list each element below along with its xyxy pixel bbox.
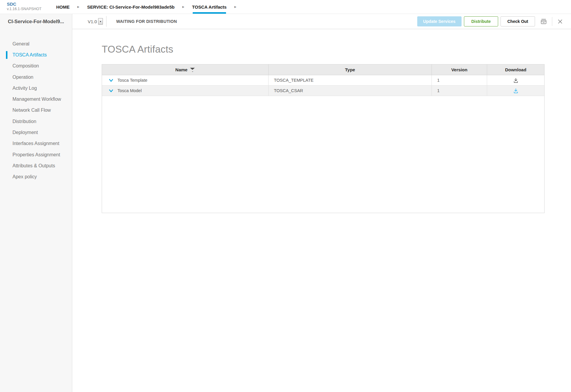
table-empty-area — [102, 96, 544, 213]
content-area: TOSCA Artifacts Name ⌄ Type — [72, 29, 571, 392]
breadcrumb: HOME ▶ SERVICE: CI-Service-For-Model983a… — [56, 0, 244, 14]
column-header-download: Download — [487, 64, 544, 75]
artifact-type-label: TOSCA_CSAR — [274, 88, 303, 93]
artifact-version-label: 1 — [437, 78, 440, 83]
chevron-down-icon[interactable] — [109, 78, 114, 83]
artifact-type-cell: TOSCA_CSAR — [269, 86, 432, 96]
artifact-name-label: Tosca Template — [117, 78, 147, 83]
sidebar-item-interfaces-assignment[interactable]: Interfaces Assignment — [0, 138, 72, 149]
sdc-app: SDC v.1.16.1-SNAPSHOT HOME ▶ SERVICE: CI… — [0, 0, 571, 392]
sidebar-item-deployment[interactable]: Deployment — [0, 127, 72, 138]
close-button[interactable] — [557, 19, 563, 24]
service-name-title: CI-Service-For-Model9... — [0, 14, 72, 29]
version-selector[interactable]: V1.0 ▼ — [88, 18, 103, 25]
sdc-version-text: v.1.16.1-SNAPSHOT — [7, 7, 56, 11]
column-header-download-label: Download — [505, 67, 526, 72]
artifact-type-label: TOSCA_TEMPLATE — [274, 78, 313, 83]
breadcrumb-arrow-icon: ▶ — [182, 0, 184, 14]
artifact-name-cell: Tosca Model — [102, 86, 269, 96]
print-button[interactable] — [540, 18, 548, 25]
download-button[interactable] — [513, 77, 519, 84]
sdc-logo[interactable]: SDC v.1.16.1-SNAPSHOT — [0, 0, 56, 14]
sidebar: CI-Service-For-Model9... General TOSCA A… — [0, 14, 72, 392]
artifact-name-label: Tosca Model — [117, 88, 142, 93]
breadcrumb-arrow-icon: ▶ — [77, 0, 79, 14]
update-services-button[interactable]: Update Services — [417, 16, 462, 26]
top-nav: SDC v.1.16.1-SNAPSHOT HOME ▶ SERVICE: CI… — [0, 0, 571, 14]
column-header-type-label: Type — [345, 67, 355, 72]
artifact-version-label: 1 — [437, 88, 440, 93]
breadcrumb-tosca-artifacts-tab[interactable]: TOSCA Artifacts — [192, 0, 227, 14]
toolbar-divider — [552, 17, 552, 26]
sidebar-item-tosca-artifacts[interactable]: TOSCA Artifacts — [0, 49, 72, 60]
toolbar: V1.0 ▼ WAITING FOR DISTRIBUTION Update S… — [72, 14, 571, 29]
chevron-down-icon[interactable] — [109, 88, 114, 93]
breadcrumb-home-tab[interactable]: HOME — [56, 0, 70, 14]
sidebar-item-attributes-outputs[interactable]: Attributes & Outputs — [0, 160, 72, 171]
download-button[interactable] — [513, 88, 519, 94]
distribute-button[interactable]: Distribute — [464, 16, 498, 26]
sidebar-item-apex-policy[interactable]: Apex policy — [0, 171, 72, 182]
sidebar-item-management-workflow[interactable]: Management Workflow — [0, 94, 72, 105]
column-header-name[interactable]: Name ⌄ — [102, 64, 269, 75]
sidebar-item-general[interactable]: General — [0, 38, 72, 49]
artifact-version-cell: 1 — [432, 75, 487, 85]
artifact-download-cell — [487, 86, 544, 96]
body-row: CI-Service-For-Model9... General TOSCA A… — [0, 14, 571, 392]
artifact-type-cell: TOSCA_TEMPLATE — [269, 75, 432, 85]
check-out-button[interactable]: Check Out — [501, 16, 535, 26]
column-header-name-label: Name — [175, 67, 188, 72]
table-header-row: Name ⌄ Type Version — [102, 64, 544, 75]
sidebar-item-activity-log[interactable]: Activity Log — [0, 83, 72, 94]
sidebar-item-operation[interactable]: Operation — [0, 72, 72, 83]
printer-icon — [540, 18, 548, 25]
artifact-name-cell: Tosca Template — [102, 75, 269, 85]
sidebar-menu: General TOSCA Artifacts Composition Oper… — [0, 38, 72, 182]
page-title: TOSCA Artifacts — [102, 42, 571, 56]
tosca-artifacts-table: Name ⌄ Type Version — [102, 64, 545, 213]
sidebar-item-composition[interactable]: Composition — [0, 61, 72, 72]
column-header-type[interactable]: Type — [269, 64, 432, 75]
download-icon — [513, 88, 519, 94]
table-row: Tosca Template TOSCA_TEMPLATE 1 — [102, 75, 544, 86]
breadcrumb-service-tab[interactable]: SERVICE: CI-Service-For-Model983ade5b — [87, 0, 175, 14]
toolbar-divider — [106, 16, 106, 27]
sidebar-item-network-call-flow[interactable]: Network Call Flow — [0, 105, 72, 116]
column-header-version-label: Version — [451, 67, 467, 72]
main-column: V1.0 ▼ WAITING FOR DISTRIBUTION Update S… — [72, 14, 571, 392]
lifecycle-status-label: WAITING FOR DISTRIBUTION — [116, 19, 177, 24]
breadcrumb-arrow-icon: ▶ — [234, 0, 236, 14]
sdc-logo-text: SDC — [7, 1, 56, 7]
column-header-version[interactable]: Version — [432, 64, 487, 75]
close-icon — [557, 19, 563, 24]
caret-down-icon[interactable]: ▼ — [98, 18, 103, 25]
version-label: V1.0 — [88, 19, 97, 24]
download-icon — [513, 77, 519, 84]
table-row: Tosca Model TOSCA_CSAR 1 — [102, 86, 544, 96]
sidebar-item-distribution[interactable]: Distribution — [0, 116, 72, 127]
artifact-version-cell: 1 — [432, 86, 487, 96]
sort-descending-icon: ⌄ — [190, 68, 195, 72]
sidebar-item-properties-assignment[interactable]: Properties Assignment — [0, 149, 72, 160]
artifact-download-cell — [487, 75, 544, 85]
